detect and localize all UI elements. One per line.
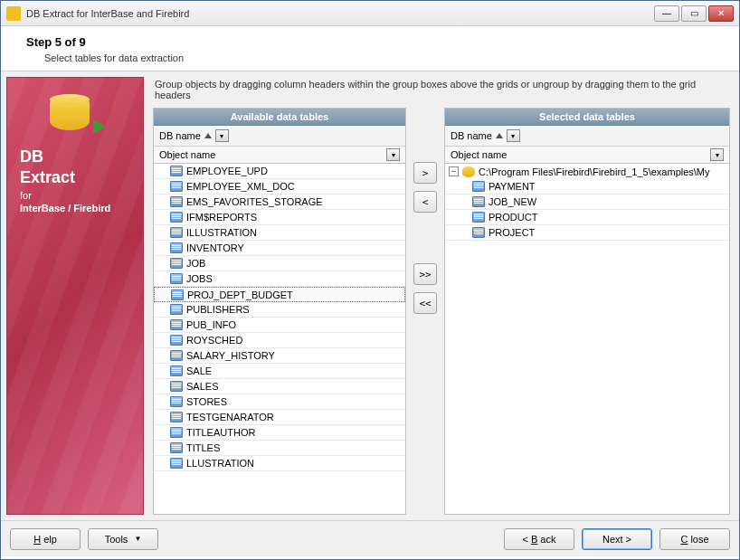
table-row[interactable]: ILLUSTRATION xyxy=(154,225,405,241)
table-row[interactable]: PUBLISHERS xyxy=(154,302,405,318)
product-name: DB Extract for InterBase / Firebird xyxy=(20,147,130,214)
next-button[interactable]: Next > xyxy=(582,528,652,550)
table-name: JOBS xyxy=(186,273,213,284)
table-row[interactable]: PRODUCT xyxy=(445,210,729,225)
table-icon xyxy=(472,212,485,223)
table-row[interactable]: JOB xyxy=(154,256,405,271)
help-button[interactable]: Help xyxy=(10,528,81,550)
table-row[interactable]: INVENTORY xyxy=(154,241,405,256)
table-name: EMPLOYEE_UPD xyxy=(186,166,268,176)
group-dropdown-button[interactable]: ▾ xyxy=(215,129,229,142)
db-path: C:\Program Files\Firebird\Firebird_1_5\e… xyxy=(479,166,710,177)
table-name: SALARY_HISTORY xyxy=(186,350,275,361)
titlebar: DB Extract for InterBase and Firebird — … xyxy=(1,1,739,26)
table-row[interactable]: TESTGENARATOR xyxy=(154,410,405,425)
table-row[interactable]: EMPLOYEE_UPD xyxy=(154,164,405,179)
table-name: SALE xyxy=(186,365,212,376)
column-dropdown-button[interactable]: ▾ xyxy=(710,148,724,161)
table-icon xyxy=(170,319,183,330)
table-row[interactable]: PUB_INFO xyxy=(154,318,405,333)
table-name: SALES xyxy=(186,381,218,392)
step-subtitle: Select tables for data extraction xyxy=(44,52,721,63)
table-row[interactable]: JOB_NEW xyxy=(445,195,729,210)
back-button[interactable]: < Back xyxy=(504,528,574,550)
wizard-footer: Help Tools▼ < Back Next > Close xyxy=(1,520,739,556)
tools-button[interactable]: Tools▼ xyxy=(88,528,158,550)
table-icon xyxy=(170,427,183,438)
close-window-button[interactable]: ✕ xyxy=(708,5,734,22)
selected-column-header[interactable]: Object name ▾ xyxy=(445,147,729,164)
available-column-header[interactable]: Object name ▾ xyxy=(154,147,405,164)
table-row[interactable]: TITLEAUTHOR xyxy=(154,425,405,441)
table-name: JOB xyxy=(186,258,205,269)
table-icon xyxy=(170,442,183,453)
table-icon xyxy=(170,304,183,315)
table-row[interactable]: PROJECT xyxy=(445,225,729,241)
table-row[interactable]: IFM$REPORTS xyxy=(154,210,405,225)
available-group-header[interactable]: DB name ▾ xyxy=(154,126,405,147)
collapse-icon[interactable]: − xyxy=(449,166,459,176)
selected-tables-list[interactable]: −C:\Program Files\Firebird\Firebird_1_5\… xyxy=(445,164,729,514)
table-row[interactable]: EMS_FAVORITES_STORAGE xyxy=(154,195,405,210)
table-name: EMS_FAVORITES_STORAGE xyxy=(186,196,323,207)
maximize-button[interactable]: ▭ xyxy=(681,5,707,22)
remove-all-button[interactable]: << xyxy=(413,292,437,314)
table-name: PROJECT xyxy=(489,227,535,238)
table-row[interactable]: TITLES xyxy=(154,441,405,456)
table-row[interactable]: PAYMENT xyxy=(445,179,729,195)
table-name: ROYSCHED xyxy=(186,335,242,346)
table-row[interactable]: SALES xyxy=(154,379,405,394)
table-name: INVENTORY xyxy=(186,242,244,253)
table-icon xyxy=(171,289,184,300)
db-group-row[interactable]: −C:\Program Files\Firebird\Firebird_1_5\… xyxy=(445,164,729,179)
selected-tables-pane: Selected data tables DB name ▾ Object na… xyxy=(444,108,730,515)
table-name: PROJ_DEPT_BUDGET xyxy=(187,289,293,300)
add-all-button[interactable]: >> xyxy=(413,263,437,285)
table-name: TESTGENARATOR xyxy=(186,412,274,422)
table-icon xyxy=(170,196,183,207)
table-icon xyxy=(170,365,183,376)
table-icon xyxy=(170,381,183,392)
table-icon xyxy=(170,458,183,469)
remove-button[interactable]: < xyxy=(413,191,437,213)
table-row[interactable]: SALARY_HISTORY xyxy=(154,348,405,364)
table-icon xyxy=(170,396,183,407)
table-name: LLUSTRATION xyxy=(186,458,254,469)
table-row[interactable]: JOBS xyxy=(154,271,405,287)
table-icon xyxy=(170,273,183,284)
table-icon xyxy=(170,242,183,253)
table-row[interactable]: STORES xyxy=(154,394,405,410)
column-dropdown-button[interactable]: ▾ xyxy=(386,148,400,161)
table-icon xyxy=(170,227,183,238)
table-name: TITLES xyxy=(186,442,220,453)
table-name: IFM$REPORTS xyxy=(186,212,257,223)
close-button[interactable]: Close xyxy=(659,528,730,550)
add-button[interactable]: > xyxy=(413,162,437,184)
table-name: EMPLOYEE_XML_DOC xyxy=(186,181,295,192)
table-row[interactable]: ROYSCHED xyxy=(154,333,405,348)
table-row[interactable]: LLUSTRATION xyxy=(154,456,405,471)
table-name: PAYMENT xyxy=(489,181,536,192)
table-name: ILLUSTRATION xyxy=(186,227,257,238)
table-icon xyxy=(472,227,485,238)
group-dropdown-button[interactable]: ▾ xyxy=(507,129,520,142)
wizard-header: Step 5 of 9 Select tables for data extra… xyxy=(1,26,739,71)
table-icon xyxy=(170,335,183,346)
product-logo-icon xyxy=(50,94,100,138)
table-icon xyxy=(170,258,183,269)
available-tables-list[interactable]: EMPLOYEE_UPDEMPLOYEE_XML_DOCEMS_FAVORITE… xyxy=(154,164,405,514)
selected-title: Selected data tables xyxy=(445,109,729,126)
selected-group-header[interactable]: DB name ▾ xyxy=(445,126,729,147)
sort-asc-icon xyxy=(204,133,212,138)
table-name: PUB_INFO xyxy=(186,319,236,330)
table-icon xyxy=(170,212,183,223)
table-row[interactable]: PROJ_DEPT_BUDGET xyxy=(154,287,405,302)
table-icon xyxy=(170,181,183,192)
minimize-button[interactable]: — xyxy=(654,5,679,22)
table-name: STORES xyxy=(186,396,227,407)
table-row[interactable]: EMPLOYEE_XML_DOC xyxy=(154,179,405,195)
table-row[interactable]: SALE xyxy=(154,364,405,379)
table-icon xyxy=(170,412,183,422)
step-title: Step 5 of 9 xyxy=(26,35,721,49)
app-icon xyxy=(6,6,21,21)
